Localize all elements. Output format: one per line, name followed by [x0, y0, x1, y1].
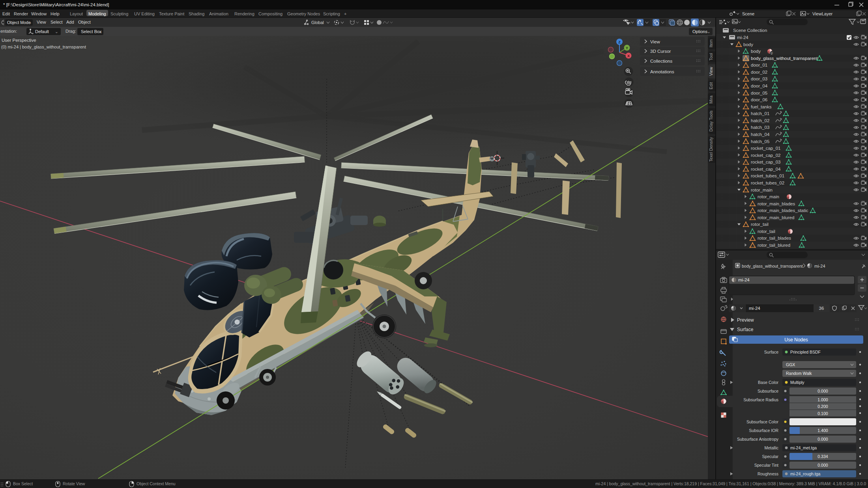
svg-text:body: body: [751, 49, 761, 54]
svg-text:X: X: [627, 54, 630, 58]
svg-text:mi-24_met.tga: mi-24_met.tga: [790, 445, 817, 450]
svg-text:rotor_tail: rotor_tail: [758, 229, 775, 234]
svg-text:0.200: 0.200: [817, 404, 828, 409]
svg-text:rotor_tail_blades: rotor_tail_blades: [758, 236, 791, 240]
svg-text:0.000: 0.000: [817, 463, 828, 468]
svg-text:door_04: door_04: [751, 84, 768, 88]
svg-text:rocket_cap_04: rocket_cap_04: [751, 167, 781, 171]
svg-text:User Perspective: User Perspective: [2, 38, 36, 43]
svg-text:Metallic: Metallic: [764, 445, 778, 450]
svg-text:door_01: door_01: [751, 63, 767, 67]
svg-text:hatch_05: hatch_05: [751, 139, 769, 144]
svg-text:rotor_main_blured: rotor_main_blured: [758, 215, 794, 220]
svg-text:Preview: Preview: [737, 317, 754, 323]
svg-text:rocket_tubes_02: rocket_tubes_02: [751, 181, 784, 185]
svg-text:Base Color: Base Color: [758, 380, 778, 385]
svg-text:rotor_main_blades_static: rotor_main_blades_static: [758, 208, 808, 213]
svg-text:door_05: door_05: [751, 91, 767, 95]
svg-text:mi-24: mi-24: [749, 306, 760, 311]
svg-text:0.000: 0.000: [817, 389, 828, 393]
svg-text:2: 2: [771, 52, 773, 55]
svg-text:rocket_cap_01: rocket_cap_01: [751, 146, 780, 151]
svg-text:Mira: Mira: [709, 95, 713, 104]
svg-text:rocket_cap_03: rocket_cap_03: [751, 160, 780, 164]
svg-text:hatch_04: hatch_04: [751, 132, 770, 137]
svg-text:hatch_03: hatch_03: [751, 125, 769, 130]
svg-text:Subsurface Color: Subsurface Color: [746, 419, 779, 424]
svg-text:Scene Collection: Scene Collection: [733, 28, 767, 33]
svg-text:Item: Item: [709, 39, 713, 48]
svg-text:View: View: [650, 39, 660, 44]
svg-text:Subsurface Radius: Subsurface Radius: [743, 397, 778, 402]
svg-text:rotor_tail_blured: rotor_tail_blured: [758, 243, 790, 248]
svg-text:Subsurface: Subsurface: [758, 389, 778, 393]
svg-text:36: 36: [819, 306, 824, 311]
svg-text:0.100: 0.100: [817, 411, 828, 416]
svg-text:rocket_tubes_01: rocket_tubes_01: [751, 173, 784, 178]
svg-text:Global: Global: [311, 20, 324, 25]
svg-text:Subsurface IOR: Subsurface IOR: [749, 428, 778, 433]
svg-text:rotor_tail: rotor_tail: [751, 222, 769, 227]
svg-text:ViewLayer: ViewLayer: [812, 11, 832, 16]
svg-text:Scene: Scene: [742, 11, 754, 16]
svg-text:Subsurface Anisotropy: Subsurface Anisotropy: [737, 437, 779, 441]
svg-text:Tool: Tool: [709, 53, 713, 60]
svg-text:Z: Z: [618, 40, 621, 44]
svg-text:0.000: 0.000: [817, 437, 828, 441]
svg-text:hatch_02: hatch_02: [751, 118, 769, 123]
svg-text:rotor_main: rotor_main: [758, 194, 779, 199]
svg-text:Roughness: Roughness: [758, 471, 778, 476]
svg-text:Collections: Collections: [650, 59, 672, 63]
svg-text:door_03: door_03: [751, 76, 767, 81]
svg-text:mi-24: mi-24: [738, 278, 750, 282]
svg-text:rotor_main_blades: rotor_main_blades: [758, 201, 795, 206]
svg-text:fuel_tanks: fuel_tanks: [751, 104, 772, 109]
svg-text:Principled BSDF: Principled BSDF: [790, 350, 821, 354]
svg-text:1.400: 1.400: [817, 428, 828, 433]
svg-text:1.000: 1.000: [817, 397, 828, 402]
svg-text:Y: Y: [626, 46, 628, 50]
svg-text:body_glass_without_trarnsparen: body_glass_without_trarnsparent: [742, 264, 803, 268]
svg-text:Specular Tint: Specular Tint: [754, 463, 778, 468]
svg-text:door_02: door_02: [751, 70, 767, 75]
svg-text:Use Nodes: Use Nodes: [784, 337, 808, 343]
svg-text:Dclay Tools: Dclay Tools: [709, 110, 713, 132]
svg-text:0.334: 0.334: [817, 454, 828, 459]
svg-text:rocket_cap_02: rocket_cap_02: [751, 153, 780, 158]
svg-text:mi-24: mi-24: [737, 35, 748, 40]
svg-text:body_glass_without_trarnsparen: body_glass_without_trarnsparent: [751, 56, 818, 61]
svg-text:Surface: Surface: [737, 327, 754, 332]
svg-text:Texel Density: Texel Density: [709, 137, 713, 162]
svg-text:mi-24: mi-24: [814, 264, 825, 268]
svg-text:door_06: door_06: [751, 97, 767, 102]
svg-text:Surface: Surface: [764, 350, 778, 354]
svg-text:3D Cursor: 3D Cursor: [650, 49, 671, 54]
svg-text:Specular: Specular: [762, 454, 779, 459]
svg-text:Random Walk: Random Walk: [786, 371, 812, 376]
svg-text:(0) mi-24 | body_glass_without: (0) mi-24 | body_glass_without_trarnspar…: [1, 45, 86, 49]
svg-text:hatch_01: hatch_01: [751, 111, 769, 116]
svg-text:View: View: [709, 67, 713, 76]
svg-text:body: body: [743, 42, 753, 47]
svg-text:Edit: Edit: [709, 82, 713, 89]
svg-text:mi-24_rough.tga: mi-24_rough.tga: [790, 471, 821, 476]
svg-text:GGX: GGX: [786, 362, 795, 367]
svg-text:rotor_main: rotor_main: [751, 188, 773, 192]
svg-text:Multiply: Multiply: [790, 380, 804, 385]
svg-text:Annotations: Annotations: [650, 69, 674, 74]
